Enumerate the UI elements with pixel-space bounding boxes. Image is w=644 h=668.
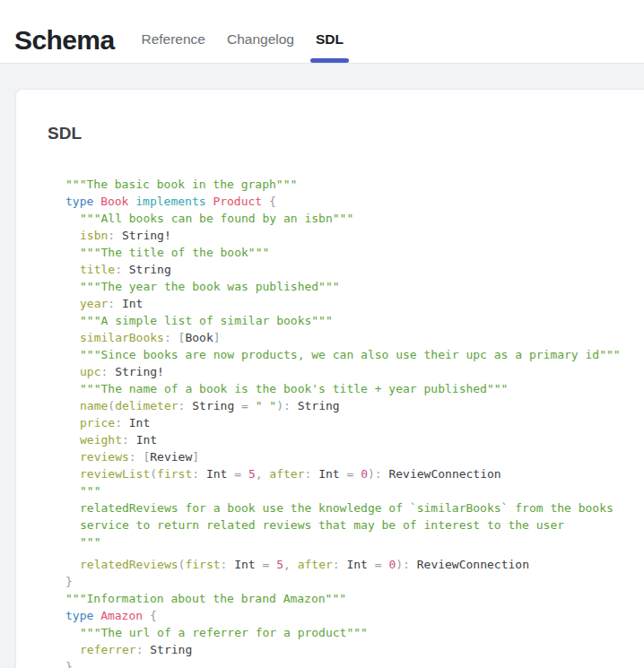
code-line: """The title of the book""" — [65, 244, 631, 261]
code-line: year: Int — [65, 295, 631, 312]
code-line: """The url of a referrer for a product""… — [65, 624, 631, 641]
code-line: relatedReviews for a book use the knowle… — [65, 499, 631, 516]
code-line: service to return related reviews that m… — [65, 516, 631, 534]
tab-changelog[interactable]: Changelog — [227, 32, 294, 64]
code-line: type Amazon { — [65, 607, 631, 624]
code-line: """All books can be found by an isbn""" — [65, 210, 631, 227]
code-line: type Book implements Product { — [65, 193, 631, 210]
code-line: weight: Int — [65, 431, 631, 448]
code-line: """A simple list of similar books""" — [65, 312, 631, 329]
code-line: isbn: String! — [65, 227, 631, 244]
code-line: referrer: String — [65, 641, 631, 658]
code-line: price: Int — [65, 414, 631, 431]
sdl-card: SDL """The basic book in the graph"""typ… — [15, 89, 644, 668]
code-line: """The name of a book is the book's titl… — [65, 380, 631, 397]
active-tab-indicator — [310, 58, 349, 63]
code-line: reviewList(first: Int = 5, after: Int = … — [65, 465, 631, 482]
page-header: Schema ReferenceChangelogSDL — [0, 0, 644, 64]
code-line: reviews: [Review] — [65, 448, 631, 465]
code-line: """The year the book was published""" — [65, 278, 631, 295]
tab-reference[interactable]: Reference — [141, 32, 205, 64]
code-line: """Since books are now products, we can … — [65, 346, 631, 363]
code-line: relatedReviews(first: Int = 5, after: In… — [65, 556, 631, 573]
page-title: Schema — [14, 27, 114, 54]
code-line: """ — [65, 534, 631, 551]
code-line: upc: String! — [65, 363, 631, 380]
tab-sdl[interactable]: SDL — [316, 32, 344, 64]
code-line: } — [65, 658, 631, 668]
code-line: """Information about the brand Amazon""" — [65, 590, 631, 607]
sdl-code-block: """The basic book in the graph"""type Bo… — [65, 176, 631, 668]
code-line: title: String — [65, 261, 631, 278]
code-line: similarBooks: [Book] — [65, 329, 631, 346]
page-content: SDL """The basic book in the graph"""typ… — [0, 64, 644, 668]
tab-bar: ReferenceChangelogSDL — [141, 0, 344, 63]
code-line: name(delimeter: String = " "): String — [65, 397, 631, 414]
sdl-card-heading: SDL — [48, 124, 631, 143]
code-line: """The basic book in the graph""" — [65, 176, 631, 193]
code-line: """ — [65, 482, 631, 499]
code-line: } — [65, 573, 631, 590]
